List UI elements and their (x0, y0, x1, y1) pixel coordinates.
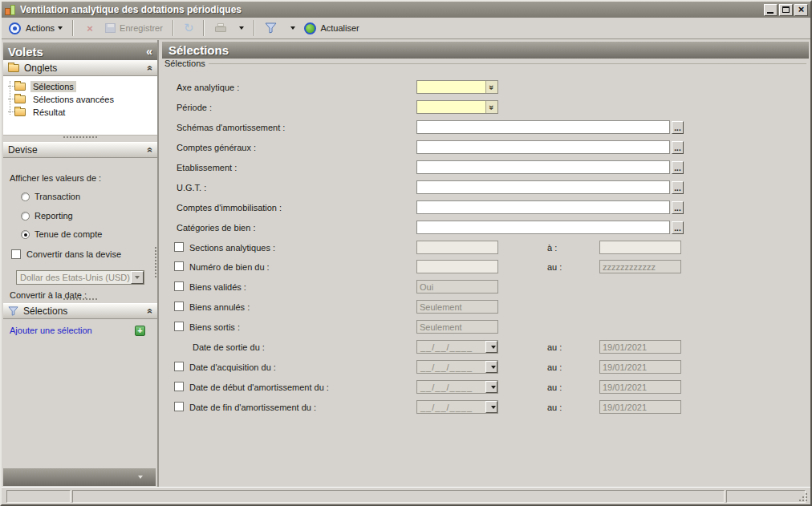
main-header: Sélections (162, 42, 809, 59)
radio-icon[interactable] (21, 212, 30, 221)
biens-annules-input[interactable]: Seulement (416, 300, 498, 314)
lookup-ellipsis-button[interactable]: ... (672, 161, 684, 174)
minimize-button[interactable] (764, 4, 777, 16)
status-panel-left (6, 490, 71, 503)
field-label: Comptes généraux : (177, 143, 256, 152)
lookup-ellipsis-button[interactable]: ... (672, 201, 684, 214)
combo-open-button[interactable]: » (485, 101, 497, 113)
combo-open-button[interactable]: » (485, 81, 497, 93)
actions-icon (9, 22, 21, 34)
groupbox-label: Sélections (164, 59, 209, 68)
panel-splitter[interactable] (2, 135, 159, 140)
axe-analytique-combo[interactable]: » (416, 80, 498, 94)
date-fin-from-combo[interactable]: __/__/____ (416, 400, 498, 414)
ellipsis-icon: ... (674, 144, 680, 153)
numero-bien-to-input[interactable]: zzzzzzzzzzzz (599, 260, 681, 273)
add-selection-link[interactable]: Ajouter une sélection (10, 326, 92, 335)
date-value: __/__/____ (420, 383, 473, 392)
date-fin-to-input[interactable]: 19/01/2021 (599, 400, 681, 414)
date-dropdown-button[interactable] (485, 341, 497, 353)
date-acquisition-to-input[interactable]: 19/01/2021 (599, 360, 681, 374)
biens-valides-checkbox[interactable] (174, 281, 184, 291)
radio-tenue-de-compte[interactable]: Tenue de compte (21, 229, 102, 239)
tab-tree-item-resultat[interactable]: Résultat (3, 106, 157, 118)
chevron-down-icon (491, 366, 496, 369)
refresh-button[interactable]: ↻ (181, 21, 197, 35)
resize-grip[interactable] (798, 492, 808, 502)
date-debut-to-input[interactable]: 19/01/2021 (599, 380, 681, 394)
comptes-immobilisation-input[interactable] (416, 200, 670, 214)
date-acquisition-checkbox[interactable] (174, 362, 184, 371)
panel-header-onglets[interactable]: Onglets » (3, 60, 157, 76)
radio-icon-checked[interactable] (21, 230, 30, 239)
actualiser-label: Actualiser (320, 23, 359, 33)
etablissement-input[interactable] (416, 160, 670, 174)
plus-icon: + (137, 326, 142, 335)
date-sortie-from-combo[interactable]: __/__/____ (416, 340, 498, 354)
currency-select-dropdown-button[interactable] (131, 271, 144, 284)
panel-header-devise[interactable]: Devise » (3, 142, 157, 158)
add-selection-button[interactable]: + (135, 326, 145, 336)
currency-select-value: Dollar des Etats-Unis (USD) (20, 273, 130, 282)
categories-bien-input[interactable] (416, 221, 670, 234)
date-acquisition-from-combo[interactable]: __/__/____ (416, 360, 498, 374)
date-fin-checkbox[interactable] (174, 402, 184, 411)
comptes-generaux-input[interactable] (416, 140, 670, 154)
lookup-ellipsis-button[interactable]: ... (672, 221, 684, 234)
date-debut-from-combo[interactable]: __/__/____ (416, 380, 498, 394)
collapse-panel-icon[interactable]: » (144, 148, 156, 153)
date-dropdown-button[interactable] (485, 361, 497, 373)
numero-bien-checkbox[interactable] (174, 261, 184, 271)
checkbox-icon[interactable] (11, 249, 21, 259)
panel-splitter[interactable] (2, 297, 159, 302)
collapsed-panel-bar[interactable] (3, 468, 156, 486)
tab-tree-item-selections[interactable]: Sélections (3, 80, 157, 92)
panel-header-selections[interactable]: Sélections » (3, 303, 157, 319)
toolbar-separator (203, 20, 205, 36)
periode-combo[interactable]: » (416, 100, 498, 114)
date-dropdown-button[interactable] (485, 401, 497, 413)
biens-sortis-checkbox[interactable] (174, 322, 184, 331)
biens-valides-input[interactable]: Oui (416, 280, 498, 293)
lookup-ellipsis-button[interactable]: ... (672, 181, 684, 194)
tab-tree-item-selections-avancees[interactable]: Sélections avancées (3, 93, 157, 105)
maximize-button[interactable] (779, 4, 793, 16)
save-button[interactable]: Enregistrer (103, 22, 165, 34)
numero-bien-from-input[interactable] (416, 260, 498, 273)
radio-transaction[interactable]: Transaction (21, 192, 80, 201)
radio-reporting[interactable]: Reporting (21, 211, 73, 221)
print-dropdown-button[interactable] (233, 25, 246, 31)
to-label: au : (547, 342, 562, 352)
biens-sortis-input[interactable]: Seulement (416, 320, 498, 334)
lookup-ellipsis-button[interactable]: ... (672, 121, 684, 134)
filter-dropdown-button[interactable] (285, 25, 298, 31)
print-button[interactable] (212, 22, 229, 35)
sections-analytiques-checkbox[interactable] (174, 242, 184, 252)
schemas-amortissement-input[interactable] (416, 120, 670, 134)
sections-analytiques-to-input[interactable] (599, 241, 681, 254)
collapse-panel-icon[interactable]: » (144, 66, 156, 71)
sidebar-resize-handle[interactable] (155, 247, 156, 277)
ugt-input[interactable] (416, 180, 670, 194)
sidebar-collapse-button[interactable]: « (146, 45, 152, 58)
actualiser-button[interactable]: Actualiser (302, 21, 361, 36)
date-sortie-to-input[interactable]: 19/01/2021 (599, 340, 681, 354)
radio-icon[interactable] (21, 192, 30, 201)
filter-button[interactable] (262, 21, 281, 35)
actions-button[interactable]: Actions (6, 21, 65, 36)
lookup-ellipsis-button[interactable]: ... (672, 141, 684, 154)
close-button[interactable]: × (794, 4, 808, 16)
filter-dropdown-icon (290, 26, 295, 30)
date-debut-checkbox[interactable] (174, 382, 184, 391)
field-label: Axe analytique : (177, 83, 239, 92)
delete-button[interactable]: × (81, 21, 99, 36)
date-dropdown-button[interactable] (485, 381, 497, 393)
currency-select[interactable]: Dollar des Etats-Unis (USD) (16, 270, 144, 285)
biens-annules-checkbox[interactable] (174, 302, 184, 311)
convert-currency-checkbox-row[interactable]: Convertir dans la devise (11, 249, 121, 259)
devise-title: Devise (8, 144, 38, 156)
field-label: Biens annulés : (189, 302, 250, 312)
app-icon-orange-bar (5, 8, 10, 15)
collapse-panel-icon[interactable]: » (144, 309, 156, 314)
sections-analytiques-from-input[interactable] (416, 241, 498, 254)
